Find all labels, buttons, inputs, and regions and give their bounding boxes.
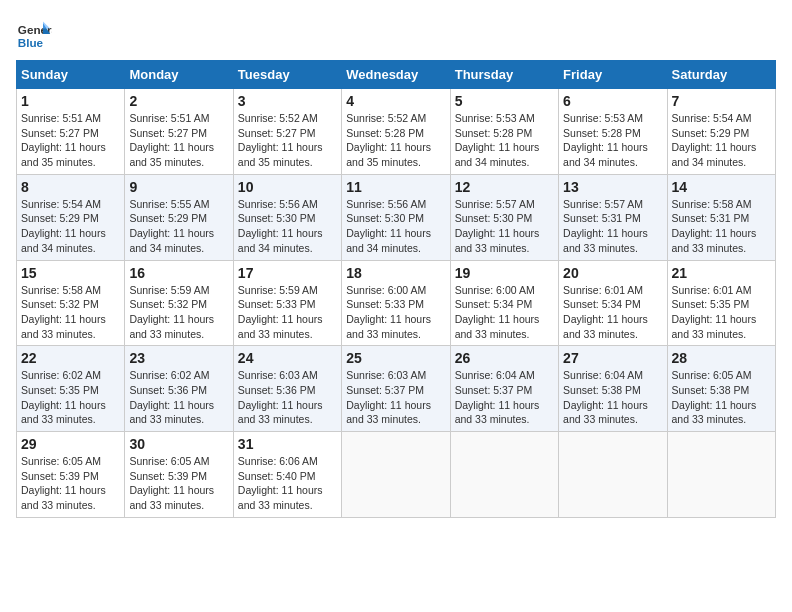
calendar-cell: 13 Sunrise: 5:57 AM Sunset: 5:31 PM Dayl… [559,174,667,260]
calendar-cell: 30 Sunrise: 6:05 AM Sunset: 5:39 PM Dayl… [125,432,233,518]
calendar-cell: 6 Sunrise: 5:53 AM Sunset: 5:28 PM Dayli… [559,89,667,175]
header-thursday: Thursday [450,61,558,89]
calendar-cell: 4 Sunrise: 5:52 AM Sunset: 5:28 PM Dayli… [342,89,450,175]
day-number: 7 [672,93,771,109]
day-number: 23 [129,350,228,366]
day-number: 18 [346,265,445,281]
calendar-cell: 8 Sunrise: 5:54 AM Sunset: 5:29 PM Dayli… [17,174,125,260]
day-info: Sunrise: 5:51 AM Sunset: 5:27 PM Dayligh… [129,111,228,170]
day-info: Sunrise: 5:56 AM Sunset: 5:30 PM Dayligh… [238,197,337,256]
day-info: Sunrise: 5:58 AM Sunset: 5:32 PM Dayligh… [21,283,120,342]
day-number: 13 [563,179,662,195]
header-sunday: Sunday [17,61,125,89]
day-number: 30 [129,436,228,452]
day-number: 11 [346,179,445,195]
days-header-row: Sunday Monday Tuesday Wednesday Thursday… [17,61,776,89]
header-tuesday: Tuesday [233,61,341,89]
calendar-cell: 10 Sunrise: 5:56 AM Sunset: 5:30 PM Dayl… [233,174,341,260]
day-number: 20 [563,265,662,281]
calendar-cell: 23 Sunrise: 6:02 AM Sunset: 5:36 PM Dayl… [125,346,233,432]
day-info: Sunrise: 6:05 AM Sunset: 5:39 PM Dayligh… [129,454,228,513]
day-number: 29 [21,436,120,452]
header-saturday: Saturday [667,61,775,89]
calendar-cell: 16 Sunrise: 5:59 AM Sunset: 5:32 PM Dayl… [125,260,233,346]
calendar-cell: 25 Sunrise: 6:03 AM Sunset: 5:37 PM Dayl… [342,346,450,432]
day-info: Sunrise: 6:01 AM Sunset: 5:34 PM Dayligh… [563,283,662,342]
calendar-cell: 7 Sunrise: 5:54 AM Sunset: 5:29 PM Dayli… [667,89,775,175]
day-info: Sunrise: 6:03 AM Sunset: 5:37 PM Dayligh… [346,368,445,427]
logo-icon: General Blue [16,16,52,52]
day-info: Sunrise: 5:59 AM Sunset: 5:33 PM Dayligh… [238,283,337,342]
day-number: 19 [455,265,554,281]
day-info: Sunrise: 6:05 AM Sunset: 5:38 PM Dayligh… [672,368,771,427]
calendar-cell: 17 Sunrise: 5:59 AM Sunset: 5:33 PM Dayl… [233,260,341,346]
day-info: Sunrise: 6:02 AM Sunset: 5:36 PM Dayligh… [129,368,228,427]
day-number: 25 [346,350,445,366]
header-wednesday: Wednesday [342,61,450,89]
calendar-cell: 1 Sunrise: 5:51 AM Sunset: 5:27 PM Dayli… [17,89,125,175]
calendar-cell: 29 Sunrise: 6:05 AM Sunset: 5:39 PM Dayl… [17,432,125,518]
calendar-cell: 28 Sunrise: 6:05 AM Sunset: 5:38 PM Dayl… [667,346,775,432]
calendar-cell: 11 Sunrise: 5:56 AM Sunset: 5:30 PM Dayl… [342,174,450,260]
day-info: Sunrise: 6:03 AM Sunset: 5:36 PM Dayligh… [238,368,337,427]
calendar-cell: 19 Sunrise: 6:00 AM Sunset: 5:34 PM Dayl… [450,260,558,346]
day-number: 12 [455,179,554,195]
day-info: Sunrise: 6:01 AM Sunset: 5:35 PM Dayligh… [672,283,771,342]
day-info: Sunrise: 6:04 AM Sunset: 5:38 PM Dayligh… [563,368,662,427]
day-info: Sunrise: 5:52 AM Sunset: 5:28 PM Dayligh… [346,111,445,170]
header-monday: Monday [125,61,233,89]
day-info: Sunrise: 6:00 AM Sunset: 5:33 PM Dayligh… [346,283,445,342]
calendar-table: Sunday Monday Tuesday Wednesday Thursday… [16,60,776,518]
calendar-cell [450,432,558,518]
calendar-week-row: 22 Sunrise: 6:02 AM Sunset: 5:35 PM Dayl… [17,346,776,432]
day-info: Sunrise: 5:55 AM Sunset: 5:29 PM Dayligh… [129,197,228,256]
calendar-cell: 18 Sunrise: 6:00 AM Sunset: 5:33 PM Dayl… [342,260,450,346]
day-number: 31 [238,436,337,452]
calendar-cell: 26 Sunrise: 6:04 AM Sunset: 5:37 PM Dayl… [450,346,558,432]
day-info: Sunrise: 5:56 AM Sunset: 5:30 PM Dayligh… [346,197,445,256]
day-info: Sunrise: 5:52 AM Sunset: 5:27 PM Dayligh… [238,111,337,170]
day-number: 22 [21,350,120,366]
day-number: 9 [129,179,228,195]
calendar-cell [667,432,775,518]
day-number: 21 [672,265,771,281]
day-number: 17 [238,265,337,281]
day-number: 5 [455,93,554,109]
calendar-week-row: 29 Sunrise: 6:05 AM Sunset: 5:39 PM Dayl… [17,432,776,518]
calendar-week-row: 1 Sunrise: 5:51 AM Sunset: 5:27 PM Dayli… [17,89,776,175]
day-number: 16 [129,265,228,281]
day-number: 2 [129,93,228,109]
day-info: Sunrise: 5:53 AM Sunset: 5:28 PM Dayligh… [455,111,554,170]
day-number: 3 [238,93,337,109]
day-number: 15 [21,265,120,281]
day-number: 26 [455,350,554,366]
day-info: Sunrise: 5:59 AM Sunset: 5:32 PM Dayligh… [129,283,228,342]
calendar-cell: 27 Sunrise: 6:04 AM Sunset: 5:38 PM Dayl… [559,346,667,432]
calendar-cell: 22 Sunrise: 6:02 AM Sunset: 5:35 PM Dayl… [17,346,125,432]
day-info: Sunrise: 5:54 AM Sunset: 5:29 PM Dayligh… [21,197,120,256]
day-info: Sunrise: 5:53 AM Sunset: 5:28 PM Dayligh… [563,111,662,170]
day-info: Sunrise: 5:51 AM Sunset: 5:27 PM Dayligh… [21,111,120,170]
calendar-cell: 5 Sunrise: 5:53 AM Sunset: 5:28 PM Dayli… [450,89,558,175]
day-number: 6 [563,93,662,109]
day-number: 27 [563,350,662,366]
calendar-cell: 21 Sunrise: 6:01 AM Sunset: 5:35 PM Dayl… [667,260,775,346]
header-friday: Friday [559,61,667,89]
day-info: Sunrise: 6:06 AM Sunset: 5:40 PM Dayligh… [238,454,337,513]
calendar-cell: 3 Sunrise: 5:52 AM Sunset: 5:27 PM Dayli… [233,89,341,175]
day-info: Sunrise: 5:57 AM Sunset: 5:31 PM Dayligh… [563,197,662,256]
day-number: 28 [672,350,771,366]
day-info: Sunrise: 6:05 AM Sunset: 5:39 PM Dayligh… [21,454,120,513]
day-number: 1 [21,93,120,109]
svg-text:Blue: Blue [18,36,44,49]
page-header: General Blue [16,16,776,52]
calendar-cell: 20 Sunrise: 6:01 AM Sunset: 5:34 PM Dayl… [559,260,667,346]
calendar-week-row: 15 Sunrise: 5:58 AM Sunset: 5:32 PM Dayl… [17,260,776,346]
day-number: 8 [21,179,120,195]
calendar-cell: 9 Sunrise: 5:55 AM Sunset: 5:29 PM Dayli… [125,174,233,260]
day-number: 4 [346,93,445,109]
day-info: Sunrise: 5:57 AM Sunset: 5:30 PM Dayligh… [455,197,554,256]
calendar-cell: 31 Sunrise: 6:06 AM Sunset: 5:40 PM Dayl… [233,432,341,518]
day-number: 10 [238,179,337,195]
calendar-cell: 15 Sunrise: 5:58 AM Sunset: 5:32 PM Dayl… [17,260,125,346]
